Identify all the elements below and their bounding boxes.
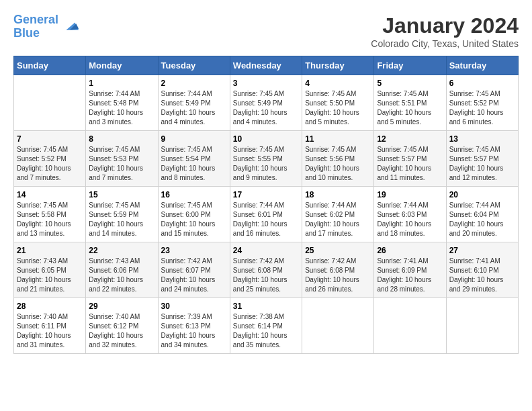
day-info: Sunrise: 7:45 AM Sunset: 5:57 PM Dayligh… [449,145,515,183]
calendar-cell [446,298,518,354]
day-number: 28 [17,302,83,311]
day-number: 29 [89,302,154,311]
weekday-header-saturday: Saturday [446,56,518,75]
day-number: 15 [89,190,154,199]
calendar-cell: 9Sunrise: 7:45 AM Sunset: 5:54 PM Daylig… [158,131,230,187]
calendar-cell: 23Sunrise: 7:42 AM Sunset: 6:07 PM Dayli… [158,242,230,298]
day-info: Sunrise: 7:45 AM Sunset: 5:51 PM Dayligh… [377,89,443,127]
calendar-week-2: 7Sunrise: 7:45 AM Sunset: 5:52 PM Daylig… [14,131,519,187]
calendar-cell: 8Sunrise: 7:45 AM Sunset: 5:53 PM Daylig… [86,131,158,187]
day-number: 18 [305,190,371,199]
calendar-cell [14,75,86,131]
day-info: Sunrise: 7:40 AM Sunset: 6:11 PM Dayligh… [17,312,83,350]
day-number: 27 [449,246,515,255]
calendar-cell: 25Sunrise: 7:42 AM Sunset: 6:08 PM Dayli… [302,242,374,298]
day-number: 2 [161,79,227,88]
location: Colorado City, Texas, United States [371,38,519,49]
day-number: 19 [377,190,443,199]
calendar-cell: 31Sunrise: 7:38 AM Sunset: 6:14 PM Dayli… [230,298,302,354]
logo-icon [61,17,80,36]
day-number: 26 [377,246,443,255]
day-info: Sunrise: 7:45 AM Sunset: 6:00 PM Dayligh… [161,201,227,238]
day-info: Sunrise: 7:44 AM Sunset: 6:04 PM Dayligh… [449,201,515,238]
calendar-cell: 12Sunrise: 7:45 AM Sunset: 5:57 PM Dayli… [374,131,446,187]
day-number: 11 [305,134,371,144]
calendar-cell: 4Sunrise: 7:45 AM Sunset: 5:50 PM Daylig… [302,75,374,131]
weekday-header-thursday: Thursday [302,56,374,75]
day-info: Sunrise: 7:44 AM Sunset: 5:49 PM Dayligh… [161,89,227,127]
calendar-cell: 15Sunrise: 7:45 AM Sunset: 5:59 PM Dayli… [86,187,158,242]
month-title: January 2024 [371,13,519,38]
calendar-cell: 13Sunrise: 7:45 AM Sunset: 5:57 PM Dayli… [446,131,518,187]
day-number: 22 [89,246,154,255]
calendar-cell: 19Sunrise: 7:44 AM Sunset: 6:03 PM Dayli… [374,187,446,242]
day-info: Sunrise: 7:41 AM Sunset: 6:10 PM Dayligh… [449,257,515,294]
day-number: 17 [233,190,299,199]
calendar-cell: 16Sunrise: 7:45 AM Sunset: 6:00 PM Dayli… [158,187,230,242]
day-info: Sunrise: 7:38 AM Sunset: 6:14 PM Dayligh… [233,312,299,350]
calendar-cell: 10Sunrise: 7:45 AM Sunset: 5:55 PM Dayli… [230,131,302,187]
calendar-cell: 26Sunrise: 7:41 AM Sunset: 6:09 PM Dayli… [374,242,446,298]
day-number: 13 [449,134,515,144]
day-number: 24 [233,246,299,255]
logo: GeneralBlue [13,13,80,40]
calendar-cell: 28Sunrise: 7:40 AM Sunset: 6:11 PM Dayli… [14,298,86,354]
day-info: Sunrise: 7:45 AM Sunset: 5:55 PM Dayligh… [233,145,299,183]
calendar-cell: 22Sunrise: 7:43 AM Sunset: 6:06 PM Dayli… [86,242,158,298]
calendar-cell: 1Sunrise: 7:44 AM Sunset: 5:48 PM Daylig… [86,75,158,131]
weekday-header-friday: Friday [374,56,446,75]
weekday-header-tuesday: Tuesday [158,56,230,75]
day-number: 7 [17,134,83,144]
day-info: Sunrise: 7:44 AM Sunset: 5:48 PM Dayligh… [89,89,154,127]
day-number: 8 [89,134,154,144]
day-info: Sunrise: 7:43 AM Sunset: 6:06 PM Dayligh… [89,257,154,294]
day-info: Sunrise: 7:45 AM Sunset: 5:54 PM Dayligh… [161,145,227,183]
calendar-cell: 2Sunrise: 7:44 AM Sunset: 5:49 PM Daylig… [158,75,230,131]
day-info: Sunrise: 7:45 AM Sunset: 5:56 PM Dayligh… [305,145,371,183]
calendar-cell: 21Sunrise: 7:43 AM Sunset: 6:05 PM Dayli… [14,242,86,298]
day-number: 31 [233,302,299,311]
day-number: 14 [17,190,83,199]
calendar-cell: 24Sunrise: 7:42 AM Sunset: 6:08 PM Dayli… [230,242,302,298]
day-info: Sunrise: 7:45 AM Sunset: 5:53 PM Dayligh… [89,145,154,183]
day-number: 20 [449,190,515,199]
day-info: Sunrise: 7:45 AM Sunset: 5:59 PM Dayligh… [89,201,154,238]
day-number: 1 [89,79,154,88]
day-info: Sunrise: 7:44 AM Sunset: 6:03 PM Dayligh… [377,201,443,238]
calendar-cell: 14Sunrise: 7:45 AM Sunset: 5:58 PM Dayli… [14,187,86,242]
page-header: GeneralBlue January 2024 Colorado City, … [13,13,519,49]
day-info: Sunrise: 7:45 AM Sunset: 5:52 PM Dayligh… [17,145,83,183]
calendar-week-4: 21Sunrise: 7:43 AM Sunset: 6:05 PM Dayli… [14,242,519,298]
day-info: Sunrise: 7:45 AM Sunset: 5:50 PM Dayligh… [305,89,371,127]
calendar-cell: 30Sunrise: 7:39 AM Sunset: 6:13 PM Dayli… [158,298,230,354]
calendar-cell: 6Sunrise: 7:45 AM Sunset: 5:52 PM Daylig… [446,75,518,131]
day-number: 23 [161,246,227,255]
calendar-cell: 7Sunrise: 7:45 AM Sunset: 5:52 PM Daylig… [14,131,86,187]
calendar-cell: 18Sunrise: 7:44 AM Sunset: 6:02 PM Dayli… [302,187,374,242]
day-info: Sunrise: 7:41 AM Sunset: 6:09 PM Dayligh… [377,257,443,294]
day-number: 10 [233,134,299,144]
day-number: 21 [17,246,83,255]
day-info: Sunrise: 7:45 AM Sunset: 5:49 PM Dayligh… [233,89,299,127]
day-number: 4 [305,79,371,88]
day-info: Sunrise: 7:43 AM Sunset: 6:05 PM Dayligh… [17,257,83,294]
calendar-cell: 29Sunrise: 7:40 AM Sunset: 6:12 PM Dayli… [86,298,158,354]
calendar-week-1: 1Sunrise: 7:44 AM Sunset: 5:48 PM Daylig… [14,75,519,131]
day-info: Sunrise: 7:42 AM Sunset: 6:08 PM Dayligh… [305,257,371,294]
calendar-table: SundayMondayTuesdayWednesdayThursdayFrid… [13,56,519,354]
day-info: Sunrise: 7:39 AM Sunset: 6:13 PM Dayligh… [161,312,227,350]
calendar-cell: 20Sunrise: 7:44 AM Sunset: 6:04 PM Dayli… [446,187,518,242]
logo-text: GeneralBlue [13,13,58,40]
day-info: Sunrise: 7:45 AM Sunset: 5:58 PM Dayligh… [17,201,83,238]
day-number: 5 [377,79,443,88]
day-info: Sunrise: 7:42 AM Sunset: 6:08 PM Dayligh… [233,257,299,294]
day-info: Sunrise: 7:44 AM Sunset: 6:02 PM Dayligh… [305,201,371,238]
day-info: Sunrise: 7:42 AM Sunset: 6:07 PM Dayligh… [161,257,227,294]
calendar-cell [374,298,446,354]
day-number: 3 [233,79,299,88]
day-info: Sunrise: 7:44 AM Sunset: 6:01 PM Dayligh… [233,201,299,238]
day-info: Sunrise: 7:40 AM Sunset: 6:12 PM Dayligh… [89,312,154,350]
calendar-cell: 17Sunrise: 7:44 AM Sunset: 6:01 PM Dayli… [230,187,302,242]
calendar-cell: 3Sunrise: 7:45 AM Sunset: 5:49 PM Daylig… [230,75,302,131]
day-number: 25 [305,246,371,255]
